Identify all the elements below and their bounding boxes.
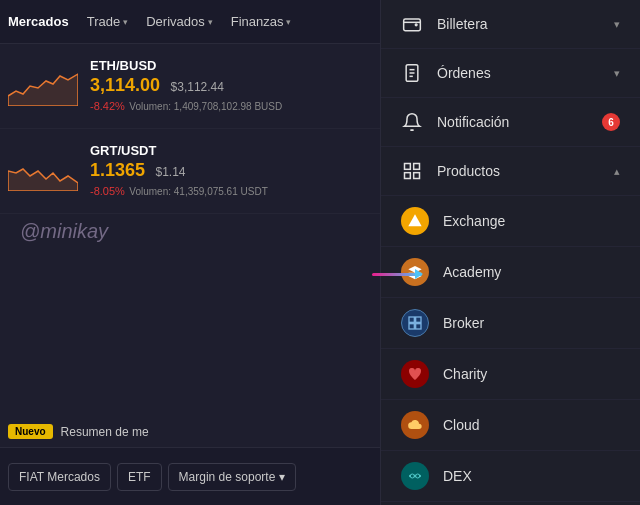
svg-point-16 — [416, 474, 420, 478]
nav-mercados[interactable]: Mercados — [8, 14, 69, 29]
nav-finanzas-chevron: ▾ — [286, 17, 291, 27]
academy-label: Academy — [443, 264, 501, 280]
nav-derivados[interactable]: Derivados ▾ — [146, 14, 213, 29]
arrow-line — [372, 273, 422, 276]
submenu: Exchange Academy Broker — [381, 196, 640, 502]
billetera-chevron: ▾ — [614, 18, 620, 31]
eth-info: ETH/BUSD 3,114.00 $3,112.44 -8.42% Volum… — [90, 58, 378, 114]
wallet-icon — [401, 13, 423, 35]
notification-badge: 6 — [602, 113, 620, 131]
exchange-icon — [401, 207, 429, 235]
market-card-grt[interactable]: GRT/USDT 1.1365 $1.14 -8.05% Volumen: 41… — [0, 129, 390, 214]
dex-icon — [401, 462, 429, 490]
svg-rect-12 — [409, 324, 414, 329]
tab-margin[interactable]: Margin de soporte ▾ — [168, 463, 297, 491]
arrow-pointer — [372, 262, 432, 286]
grt-usd: $1.14 — [156, 165, 186, 179]
grt-pair: GRT/USDT — [90, 143, 378, 158]
submenu-charity[interactable]: Charity — [381, 349, 640, 400]
nav-derivados-chevron: ▾ — [208, 17, 213, 27]
eth-pair: ETH/BUSD — [90, 58, 378, 73]
menu-billetera[interactable]: Billetera ▾ — [381, 0, 640, 49]
ordenes-label: Órdenes — [437, 65, 600, 81]
svg-rect-6 — [414, 164, 420, 170]
charity-icon — [401, 360, 429, 388]
notificacion-label: Notificación — [437, 114, 588, 130]
grt-volume: Volumen: 41,359,075.61 USDT — [129, 186, 267, 197]
eth-usd: $3,112.44 — [171, 80, 224, 94]
nav-finanzas[interactable]: Finanzas ▾ — [231, 14, 292, 29]
productos-chevron: ▴ — [614, 165, 620, 178]
grt-change: -8.05% — [90, 185, 125, 197]
resumen-text: Resumen de me — [61, 425, 149, 439]
svg-rect-11 — [416, 317, 421, 322]
submenu-exchange[interactable]: Exchange — [381, 196, 640, 247]
eth-price: 3,114.00 — [90, 75, 160, 95]
cloud-label: Cloud — [443, 417, 480, 433]
eth-volume: Volumen: 1,409,708,102.98 BUSD — [129, 101, 282, 112]
nav-derivados-label: Derivados — [146, 14, 205, 29]
tabs-bar: FIAT Mercados ETF Margin de soporte ▾ — [0, 447, 390, 505]
dex-label: DEX — [443, 468, 472, 484]
bell-icon — [401, 111, 423, 133]
nav-trade-label: Trade — [87, 14, 120, 29]
charity-label: Charity — [443, 366, 487, 382]
tab-margin-chevron: ▾ — [279, 470, 285, 484]
menu-ordenes[interactable]: Órdenes ▾ — [381, 49, 640, 98]
submenu-cloud[interactable]: Cloud — [381, 400, 640, 451]
tab-margin-label: Margin de soporte — [179, 470, 276, 484]
ordenes-chevron: ▾ — [614, 67, 620, 80]
exchange-label: Exchange — [443, 213, 505, 229]
bottom-bar: Nuevo Resumen de me — [0, 418, 390, 445]
submenu-dex[interactable]: DEX — [381, 451, 640, 502]
menu-notificacion[interactable]: Notificación 6 — [381, 98, 640, 147]
market-card-eth[interactable]: ETH/BUSD 3,114.00 $3,112.44 -8.42% Volum… — [0, 44, 390, 129]
document-icon — [401, 62, 423, 84]
submenu-broker[interactable]: Broker — [381, 298, 640, 349]
eth-change: -8.42% — [90, 100, 125, 112]
svg-rect-10 — [409, 317, 414, 322]
right-panel: Billetera ▾ Órdenes ▾ Notificación 6 — [380, 0, 640, 505]
top-navigation: Mercados Trade ▾ Derivados ▾ Finanzas ▾ — [0, 0, 390, 44]
eth-chart — [8, 66, 78, 106]
svg-rect-7 — [405, 173, 411, 179]
billetera-label: Billetera — [437, 16, 600, 32]
productos-label: Productos — [437, 163, 600, 179]
market-cards: ETH/BUSD 3,114.00 $3,112.44 -8.42% Volum… — [0, 44, 390, 214]
svg-rect-5 — [405, 164, 411, 170]
grt-price: 1.1365 — [90, 160, 145, 180]
nuevo-badge: Nuevo — [8, 424, 53, 439]
grt-chart — [8, 151, 78, 191]
cloud-icon — [401, 411, 429, 439]
tab-fiat-mercados[interactable]: FIAT Mercados — [8, 463, 111, 491]
watermark: @minikay — [20, 220, 108, 243]
svg-rect-0 — [404, 19, 421, 31]
grt-info: GRT/USDT 1.1365 $1.14 -8.05% Volumen: 41… — [90, 143, 378, 199]
grid-icon — [401, 160, 423, 182]
svg-point-15 — [410, 474, 414, 478]
broker-icon — [401, 309, 429, 337]
svg-rect-13 — [416, 324, 421, 329]
nav-trade[interactable]: Trade ▾ — [87, 14, 128, 29]
tab-etf[interactable]: ETF — [117, 463, 162, 491]
nav-mercados-label: Mercados — [8, 14, 69, 29]
menu-productos[interactable]: Productos ▴ — [381, 147, 640, 196]
nav-trade-chevron: ▾ — [123, 17, 128, 27]
svg-marker-9 — [408, 214, 421, 226]
broker-label: Broker — [443, 315, 484, 331]
nav-finanzas-label: Finanzas — [231, 14, 284, 29]
svg-rect-8 — [414, 173, 420, 179]
